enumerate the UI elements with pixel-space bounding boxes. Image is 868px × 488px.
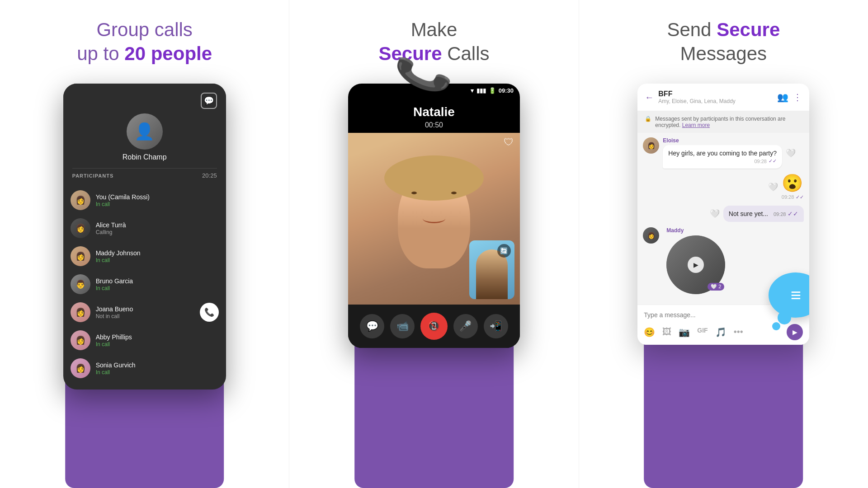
- participant-status: In call: [96, 285, 219, 291]
- message-time: 09:28: [754, 159, 767, 164]
- participant-name: You (Camila Rossi): [96, 193, 219, 201]
- participant-status: In call: [96, 369, 219, 375]
- chat-icon[interactable]: 💬: [201, 93, 217, 109]
- title-rest: Calls: [442, 43, 490, 64]
- image-icon[interactable]: 🖼: [662, 327, 671, 338]
- heart-reaction-icon[interactable]: 🤍: [786, 148, 796, 158]
- participant-avatar: 👨: [71, 274, 90, 294]
- participant-avatar: 👩: [71, 302, 90, 322]
- participant-info: Bruno Garcia In call: [96, 277, 219, 291]
- participant-avatar: 👩: [71, 190, 90, 210]
- lock-icon: 🔒: [645, 116, 651, 122]
- participant-item: 👨 Bruno Garcia In call: [71, 270, 219, 298]
- add-member-icon[interactable]: 👥: [777, 92, 788, 103]
- sender-avatar: 👩: [643, 137, 659, 154]
- participant-info: Sonia Gurvich In call: [96, 361, 219, 375]
- play-icon[interactable]: ▶: [688, 257, 704, 273]
- maddy-avatar: 👩: [643, 227, 659, 244]
- emoji-icon[interactable]: 😊: [644, 327, 655, 338]
- participant-status: In call: [96, 257, 219, 263]
- message-time-2: 09:28: [782, 194, 794, 200]
- heart-count-badge: 🤍 2: [708, 283, 724, 291]
- more-options-icon[interactable]: ⋮: [793, 92, 802, 103]
- maddy-msg-inner: 👩 Maddy ▶ 🤍 2: [643, 227, 725, 294]
- signal-icon: ▮▮▮: [476, 87, 486, 94]
- call-duration: 00:50: [348, 121, 520, 129]
- call-participant-button[interactable]: 📞: [200, 303, 219, 322]
- security-shield-icon: 🛡: [504, 136, 514, 148]
- video-control-button[interactable]: 📹: [390, 314, 415, 338]
- notice-message: Messages sent by participants in this co…: [655, 116, 785, 128]
- encryption-notice: 🔒 Messages sent by participants in this …: [637, 111, 809, 133]
- participant-name: Alice Turrà: [96, 221, 219, 229]
- time-display: 09:30: [499, 87, 514, 94]
- participant-info: You (Camila Rossi) In call: [96, 193, 219, 207]
- gif-icon[interactable]: GIF: [697, 327, 708, 338]
- message-bubble-wrap-3: Not sure yet... 09:28 ✓✓: [723, 206, 804, 222]
- participants-header: PARTICIPANTS 20:25: [72, 168, 217, 182]
- contact-name: Robin Champ: [123, 153, 167, 161]
- voice-icon[interactable]: 🎵: [715, 327, 726, 338]
- chat-control-button[interactable]: 💬: [360, 314, 384, 338]
- participant-item: 👩 Maddy Johnson In call: [71, 242, 219, 270]
- participant-status: In call: [96, 201, 219, 207]
- header-action-icons: 👥 ⋮: [777, 92, 802, 103]
- phone-mockup-3: ← BFF Amy, Eloise, Gina, Lena, Maddy 👥 ⋮…: [637, 84, 809, 345]
- participant-info: Abby Phillips In call: [96, 333, 219, 347]
- call-timer: 20:25: [202, 172, 217, 179]
- header-icons: 💬: [72, 93, 217, 109]
- group-info: BFF Amy, Eloise, Gina, Lena, Maddy: [658, 90, 777, 104]
- participant-item: 👩 Joana Bueno Not in call 📞: [71, 298, 219, 326]
- title-line2: up to: [77, 43, 124, 64]
- call-contact-name: Natalie: [348, 105, 520, 119]
- group-calls-title: Group calls up to 20 people: [77, 18, 212, 66]
- participant-name: Joana Bueno: [96, 305, 200, 313]
- read-check-icon: ✓✓: [769, 158, 777, 164]
- message-header: ← BFF Amy, Eloise, Gina, Lena, Maddy 👥 ⋮: [637, 84, 809, 111]
- message-row: 👩 Eloise Hey girls, are you coming to th…: [643, 137, 804, 169]
- message-bubble: Hey girls, are you coming to the party? …: [663, 145, 782, 169]
- heart-reaction-icon-3[interactable]: 🤍: [710, 209, 720, 219]
- back-arrow-icon[interactable]: ←: [645, 92, 654, 103]
- panel-secure-messages: Send Secure Messages ← BFF Amy, Eloise, …: [579, 0, 868, 488]
- end-call-button[interactable]: 📵: [420, 313, 448, 340]
- camera-icon[interactable]: 📷: [679, 327, 690, 338]
- participants-label: PARTICIPANTS: [72, 173, 114, 178]
- participant-item: 👩 Sonia Gurvich In call: [71, 354, 219, 382]
- camera-flip-icon[interactable]: 🔄: [497, 244, 511, 258]
- maddy-name: Maddy: [666, 227, 725, 234]
- read-check-icon-3: ✓✓: [788, 210, 798, 217]
- participant-name: Maddy Johnson: [96, 249, 219, 257]
- more-icon[interactable]: •••: [734, 327, 743, 338]
- message-row-right: 🤍 😮 09:28 ✓✓: [643, 174, 804, 200]
- message-text: Hey girls, are you coming to the party?: [668, 150, 777, 157]
- message-bubble-wrap: Eloise Hey girls, are you coming to the …: [663, 137, 782, 169]
- call-controls-bar: 💬 📹 📵 🎤 📲: [348, 305, 520, 348]
- call-video-area: 🔄 🛡: [348, 133, 520, 305]
- phone-mockup-2: ▾ ▮▮▮ 🔋 09:30 Natalie 00:50: [348, 84, 520, 348]
- title-messages: Messages: [680, 43, 767, 64]
- learn-more-link[interactable]: Learn more: [682, 122, 710, 128]
- participant-name: Sonia Gurvich: [96, 361, 219, 369]
- screen-share-button[interactable]: 📲: [484, 314, 508, 338]
- video-container: ▶ 🤍 2: [666, 235, 725, 294]
- emoji-message: 😮: [782, 174, 804, 193]
- heart-reaction-icon-2[interactable]: 🤍: [768, 182, 778, 192]
- participant-info: Joana Bueno Not in call: [96, 305, 200, 319]
- group-members: Amy, Eloise, Gina, Lena, Maddy: [658, 98, 777, 104]
- participant-list: 👩 You (Camila Rossi) In call 👩 Alice Tur…: [63, 186, 226, 389]
- chat-bubble-icon: ≡: [791, 285, 801, 305]
- send-button[interactable]: ▶: [787, 324, 803, 340]
- message-bubble-right: Not sure yet... 09:28 ✓✓: [723, 206, 804, 222]
- participant-avatar: 👩: [71, 218, 90, 238]
- title-send: Send: [667, 19, 717, 40]
- participant-name: Abby Phillips: [96, 333, 219, 341]
- message-bubble-wrap-2: 😮 09:28 ✓✓: [782, 174, 804, 200]
- title-secure: Secure: [717, 19, 780, 40]
- pip-video[interactable]: 🔄: [469, 240, 514, 299]
- battery-icon: 🔋: [489, 87, 496, 94]
- notice-text: Messages sent by participants in this co…: [655, 116, 802, 128]
- mute-control-button[interactable]: 🎤: [453, 314, 478, 338]
- wifi-icon: ▾: [471, 87, 474, 94]
- title-line1: Group calls: [96, 19, 192, 40]
